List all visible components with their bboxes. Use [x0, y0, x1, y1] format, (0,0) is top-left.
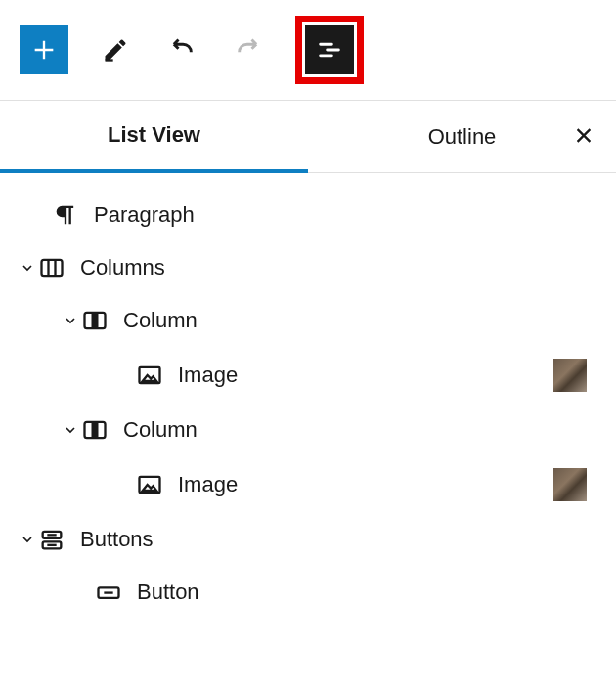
close-icon — [573, 124, 594, 146]
block-tree: ParagraphColumnsColumnImageColumnImageBu… — [0, 173, 616, 634]
tree-item-columns[interactable]: Columns — [10, 241, 606, 294]
tree-item-image[interactable]: Image — [10, 347, 606, 404]
buttons-icon — [37, 525, 66, 554]
tree-item-column[interactable]: Column — [10, 404, 606, 456]
tree-item-label: Image — [178, 472, 553, 497]
tree-item-paragraph[interactable]: Paragraph — [10, 189, 606, 241]
document-outline-button[interactable] — [305, 25, 354, 74]
image-thumbnail — [553, 468, 587, 501]
chevron-down-icon[interactable] — [61, 313, 80, 328]
add-block-button[interactable] — [20, 25, 68, 74]
undo-button[interactable] — [162, 30, 201, 69]
undo-icon — [168, 36, 196, 64]
close-panel-button[interactable] — [573, 124, 594, 149]
image-icon — [135, 361, 164, 390]
tab-outline[interactable]: Outline — [308, 103, 616, 171]
plus-icon — [30, 36, 58, 64]
redo-icon — [235, 36, 262, 64]
outline-icon — [316, 36, 343, 64]
tree-item-column[interactable]: Column — [10, 294, 606, 347]
column-icon — [80, 415, 110, 445]
button-icon — [94, 578, 123, 607]
tree-item-label: Columns — [80, 255, 606, 280]
tab-list-view[interactable]: List View — [0, 101, 308, 173]
chevron-down-icon[interactable] — [18, 260, 37, 276]
tree-item-label: Column — [123, 308, 606, 333]
tree-item-image[interactable]: Image — [10, 456, 606, 513]
tree-item-label: Buttons — [80, 527, 606, 552]
redo-button[interactable] — [229, 30, 268, 69]
svg-rect-0 — [106, 59, 113, 61]
panel-tabs: List View Outline — [0, 101, 616, 173]
tree-item-button[interactable]: Button — [10, 566, 606, 619]
image-thumbnail — [553, 359, 587, 392]
edit-button[interactable] — [96, 30, 135, 69]
tree-item-label: Button — [137, 580, 606, 605]
tree-item-buttons[interactable]: Buttons — [10, 513, 606, 566]
editor-toolbar — [0, 0, 616, 101]
pencil-icon — [102, 36, 129, 64]
chevron-down-icon[interactable] — [61, 422, 80, 438]
image-icon — [135, 470, 164, 499]
columns-icon — [37, 253, 66, 282]
paragraph-icon — [51, 200, 80, 230]
tree-item-label: Image — [178, 363, 553, 388]
tree-item-label: Column — [123, 417, 606, 443]
column-icon — [80, 306, 110, 335]
chevron-down-icon[interactable] — [18, 532, 37, 547]
tree-item-label: Paragraph — [94, 202, 606, 228]
highlight-annotation — [295, 16, 364, 84]
